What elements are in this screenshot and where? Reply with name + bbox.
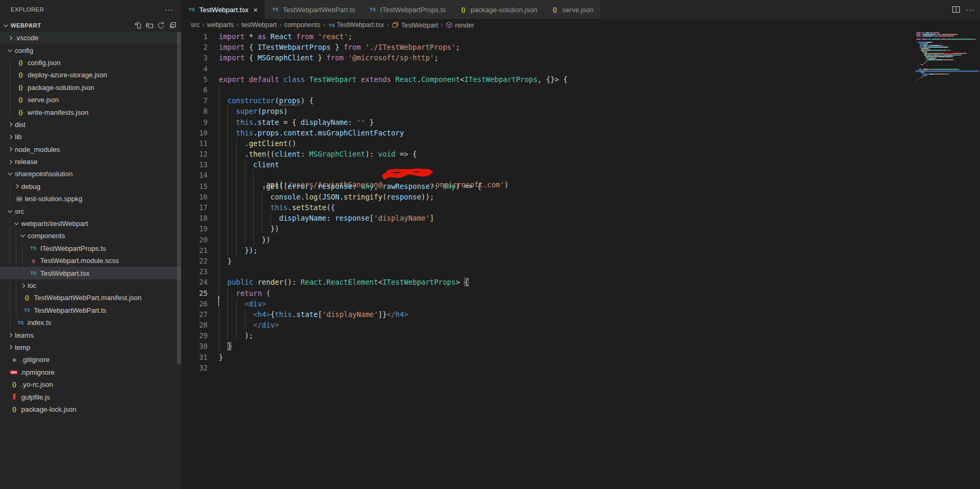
code-line-content[interactable]: constructor(props) { (219, 95, 980, 106)
tree-item[interactable]: src (0, 205, 181, 217)
tree-item[interactable]: {}serve.json (0, 94, 181, 106)
tab-serve.json[interactable]: {}serve.json (544, 0, 600, 19)
tree-item[interactable]: lib (0, 131, 181, 143)
code-line-content[interactable]: } (219, 256, 980, 266)
tree-item[interactable]: STestWebpart.module.scss (0, 255, 181, 267)
tree-item[interactable]: loc (0, 279, 181, 292)
code-line-content[interactable] (219, 363, 980, 373)
code-line[interactable]: 15 .get((error, response: any, rawRespon… (181, 181, 980, 192)
tree-item[interactable]: {}deploy-azure-storage.json (0, 69, 181, 81)
breadcrumb-item[interactable]: components (284, 21, 320, 29)
tab-package-solution.json[interactable]: {}package-solution.json (453, 0, 545, 19)
new-file-icon[interactable] (133, 21, 142, 30)
code-line-content[interactable]: } (219, 352, 980, 363)
breadcrumb-item[interactable]: TSTestWebpart.tsx (328, 21, 384, 29)
code-line[interactable]: 20 }) (181, 234, 980, 245)
code-line[interactable]: 31} (181, 352, 980, 363)
split-editor-icon[interactable] (952, 5, 960, 14)
minimap[interactable] (916, 32, 979, 83)
tree-item[interactable]: TSTestWebpartWebPart.ts (0, 304, 181, 316)
tree-item[interactable]: debug (0, 180, 181, 193)
tree-item[interactable]: {}package-solution.json (0, 82, 181, 94)
code-line-content[interactable]: </div> (219, 320, 980, 330)
code-line[interactable]: 22 } (181, 256, 980, 266)
tree-item[interactable]: components (0, 230, 181, 242)
code-line-content[interactable]: }); (219, 245, 980, 256)
tree-item[interactable]: .vscode (0, 32, 181, 44)
code-line[interactable]: 13 client (181, 159, 980, 170)
code-line-content[interactable]: .get((error, response: any, rawResponse?… (219, 181, 980, 192)
code-line-content[interactable]: } (219, 341, 980, 351)
code-line-content[interactable]: import { MSGraphClient } from '@microsof… (219, 52, 980, 63)
code-line[interactable]: 27 <h4>{this.state['displayName']}</h4> (181, 309, 980, 320)
code-line[interactable]: 24 public render(): React.ReactElement<I… (181, 277, 980, 287)
code-line-content[interactable]: super(props) (219, 106, 980, 116)
tab-ITestWebpartProps.ts[interactable]: TSITestWebpartProps.ts (362, 0, 453, 19)
code-line[interactable]: 19 }) (181, 223, 980, 234)
tree-item[interactable]: npm.npmignore (0, 366, 181, 378)
tree-item[interactable]: webparts\testWebpart (0, 218, 181, 230)
tree-item[interactable]: TSITestWebpartProps.ts (0, 242, 181, 255)
code-line[interactable]: 30 } (181, 341, 980, 351)
code-line-content[interactable]: this.setState({ (219, 202, 980, 213)
code-line[interactable]: 9 this.state = { displayName: '' } (181, 117, 980, 128)
code-line-content[interactable]: import * as React from 'react'; (219, 31, 980, 42)
code-line-content[interactable]: import { ITestWebpartProps } from './ITe… (219, 42, 980, 52)
tree-item[interactable]: dist (0, 119, 181, 131)
code-line-content[interactable]: export default class TestWebpart extends… (219, 74, 980, 85)
code-line-content[interactable]: ); (219, 330, 980, 341)
tree-item[interactable]: teams (0, 329, 181, 341)
code-line-content[interactable]: this.state = { displayName: '' } (219, 117, 980, 128)
breadcrumb-item[interactable]: src (191, 21, 200, 29)
code-line[interactable]: 16 console.log(JSON.stringify(response))… (181, 192, 980, 202)
code-line[interactable]: 3import { MSGraphClient } from '@microso… (181, 52, 980, 63)
close-icon[interactable]: × (253, 6, 258, 14)
code-line[interactable]: 4 (181, 64, 980, 74)
code-line[interactable]: 7 constructor(props) { (181, 95, 980, 106)
code-line-content[interactable]: console.log(JSON.stringify(response)); (219, 192, 980, 202)
tree-item[interactable]: ◆.gitignore (0, 354, 181, 366)
code-line-content[interactable]: }) (219, 223, 980, 234)
code-line[interactable]: 17 this.setState({ (181, 202, 980, 213)
code-line-content[interactable]: this.props.context.msGraphClientFactory (219, 128, 980, 138)
code-line[interactable]: 12 .then((client: MSGraphClient): void =… (181, 149, 980, 159)
tree-item[interactable]: release (0, 156, 181, 168)
code-line-content[interactable]: public render(): React.ReactElement<ITes… (219, 277, 980, 287)
tree-item[interactable]: {}write-manifests.json (0, 106, 181, 118)
breadcrumb-item[interactable]: TestWebpart (391, 21, 438, 29)
code-line-content[interactable]: }) (219, 234, 980, 245)
tree-item[interactable]: {}package-lock.json (0, 403, 181, 415)
code-line[interactable]: 2import { ITestWebpartProps } from './IT… (181, 42, 980, 52)
tree-item[interactable]: node_modules (0, 143, 181, 156)
tree-item[interactable]: gulpfile.js (0, 391, 181, 403)
code-line[interactable]: 1import * as React from 'react'; (181, 31, 980, 42)
tree-item[interactable]: TSTestWebpart.tsx (0, 267, 181, 279)
tree-item[interactable]: sharepoint\solution (0, 168, 181, 180)
code-line[interactable]: 32 (181, 363, 980, 373)
code-line[interactable]: 29 ); (181, 330, 980, 341)
tree-item[interactable]: {}TestWebpartWebPart.manifest.json (0, 292, 181, 304)
code-line[interactable]: 18 displayName: response['displayName'] (181, 213, 980, 223)
code-line[interactable]: 5export default class TestWebpart extend… (181, 74, 980, 85)
tree-item[interactable]: config (0, 44, 181, 56)
code-line[interactable]: 25 return ( (181, 288, 980, 298)
code-line[interactable]: 11 .getClient() (181, 138, 980, 149)
code-line-content[interactable]: client (219, 159, 980, 170)
code-line-content[interactable] (219, 266, 980, 277)
code-line-content[interactable]: .getClient() (219, 138, 980, 149)
breadcrumb-item[interactable]: render (446, 21, 474, 29)
collapse-all-icon[interactable] (168, 21, 177, 30)
breadcrumb-item[interactable]: webparts (207, 21, 234, 29)
code-line-content[interactable]: displayName: response['displayName'] (219, 213, 980, 223)
code-line[interactable]: 10 this.props.context.msGraphClientFacto… (181, 128, 980, 138)
code-line[interactable]: 26 <div> (181, 298, 980, 309)
code-line[interactable]: 21 }); (181, 245, 980, 256)
code-line[interactable]: 28 </div> (181, 320, 980, 330)
tab-TestWebpartWebPart.ts[interactable]: TSTestWebpartWebPart.ts (265, 0, 362, 19)
refresh-icon[interactable] (157, 21, 165, 30)
explorer-more-icon[interactable]: ··· (165, 5, 174, 14)
tree-item[interactable]: test-solution.sppkg (0, 193, 181, 205)
workspace-section-header[interactable]: WEBPART (0, 19, 181, 32)
tree-item[interactable]: {}config.json (0, 57, 181, 69)
editor-more-icon[interactable]: ··· (966, 5, 975, 14)
